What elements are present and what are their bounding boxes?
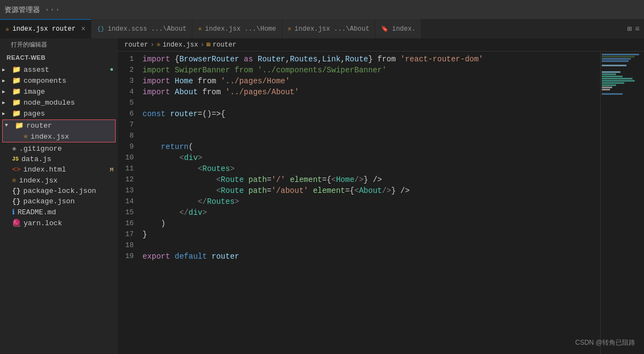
tree-item-README.md[interactable]: ℹREADME.md bbox=[0, 207, 118, 218]
tree-item-package.json[interactable]: {}package.json bbox=[0, 196, 118, 207]
line-number-2: 2 bbox=[118, 65, 143, 76]
sidebar: 打开的编辑器 REACT-WEB ▶📁assest●▶📁components▶📁… bbox=[0, 38, 118, 354]
line-number-16: 16 bbox=[118, 218, 143, 229]
line-number-15: 15 bbox=[118, 207, 143, 218]
file-icon-.gitignore: ◈ bbox=[12, 144, 16, 153]
title-bar-title: 资源管理器 bbox=[4, 5, 40, 15]
tree-item-pages[interactable]: ▶📁pages bbox=[0, 108, 118, 119]
project-name: REACT-WEB bbox=[0, 51, 118, 64]
file-icon-data.js: JS bbox=[12, 156, 19, 162]
code-line-17: 17} bbox=[118, 229, 600, 240]
code-line-19: 19export default router bbox=[118, 251, 600, 262]
tree-label-index.jsx2: index.jsx bbox=[19, 176, 58, 185]
line-content-1: import {BrowserRouter as Router,Routes,L… bbox=[143, 54, 600, 65]
file-icon-image: 📁 bbox=[12, 87, 21, 96]
tree-item-components[interactable]: ▶📁components bbox=[0, 75, 118, 86]
tree-item-index.jsx[interactable]: ⚛index.jsx bbox=[3, 131, 115, 142]
minimap bbox=[600, 52, 644, 354]
breadcrumb-part-0[interactable]: router bbox=[124, 41, 148, 49]
tree-item-index.html[interactable]: <>index.htmlM bbox=[0, 164, 118, 175]
tab-bar: ⚛index.jsx router×{}index.scss ...\About… bbox=[0, 19, 644, 38]
line-number-14: 14 bbox=[118, 196, 143, 207]
breadcrumb-part-1[interactable]: index.jsx bbox=[163, 41, 198, 49]
editor-wrapper: 1import {BrowserRouter as Router,Routes,… bbox=[118, 52, 644, 354]
tree-label-index.jsx: index.jsx bbox=[31, 133, 69, 141]
file-icon-index.jsx: ⚛ bbox=[24, 132, 28, 141]
file-icon-node_modules: 📁 bbox=[12, 98, 21, 107]
tree-item-package-lock.json[interactable]: {}package-lock.json bbox=[0, 186, 118, 196]
breadcrumb-icon-jsx: ⚛ bbox=[156, 41, 160, 49]
watermark: CSDN @转角已阻路 bbox=[575, 338, 635, 347]
tree-label-pages: pages bbox=[24, 110, 45, 118]
tab-tab2[interactable]: {}index.scss ...\About bbox=[92, 19, 192, 38]
code-line-4: 4import About from '../pages/About' bbox=[118, 87, 600, 98]
line-content-9: return( bbox=[143, 141, 600, 152]
file-icon-package.json: {} bbox=[12, 197, 21, 205]
tree-item-data.js[interactable]: JSdata.js bbox=[0, 154, 118, 164]
tab-close-tab1[interactable]: × bbox=[81, 25, 86, 33]
code-line-15: 15 </div> bbox=[118, 207, 600, 218]
line-number-11: 11 bbox=[118, 163, 143, 174]
file-tree[interactable]: ▶📁assest●▶📁components▶📁image▶📁node_modul… bbox=[0, 64, 118, 354]
tree-item-image[interactable]: ▶📁image bbox=[0, 86, 118, 97]
tree-label-data.js: data.js bbox=[21, 155, 52, 163]
line-content-13: <Route path='/about' element={<About/>} … bbox=[143, 185, 600, 196]
split-editor-icon[interactable]: ⊞ bbox=[627, 24, 631, 33]
tree-item-.gitignore[interactable]: ◈.gitignore bbox=[0, 143, 118, 154]
tab-label-tab5: index. bbox=[392, 25, 415, 33]
file-icon-pages: 📁 bbox=[12, 109, 21, 118]
tab-tab1[interactable]: ⚛index.jsx router× bbox=[0, 19, 92, 38]
line-number-19: 19 bbox=[118, 251, 143, 262]
tree-item-router[interactable]: ▼📁router bbox=[3, 120, 115, 131]
tree-item-node_modules[interactable]: ▶📁node_modules bbox=[0, 97, 118, 108]
code-line-14: 14 </Routes> bbox=[118, 196, 600, 207]
code-line-5: 5 bbox=[118, 98, 600, 109]
line-number-5: 5 bbox=[118, 98, 143, 109]
folder-arrow-router: ▼ bbox=[5, 123, 14, 128]
badge-assest: ● bbox=[110, 66, 113, 73]
tab-actions: ⊞ ≡ bbox=[623, 19, 644, 38]
code-line-9: 9 return( bbox=[118, 141, 600, 152]
breadcrumb-part-2[interactable]: router bbox=[213, 41, 236, 49]
code-line-7: 7 bbox=[118, 119, 600, 130]
code-line-3: 3import Home from '../pages/Home' bbox=[118, 76, 600, 87]
more-actions-icon[interactable]: ≡ bbox=[635, 25, 640, 33]
line-number-18: 18 bbox=[118, 240, 143, 251]
folder-arrow-image: ▶ bbox=[2, 89, 11, 95]
code-line-10: 10 <div> bbox=[118, 152, 600, 163]
editor-content[interactable]: 1import {BrowserRouter as Router,Routes,… bbox=[118, 52, 600, 354]
code-line-6: 6const router=()=>{ bbox=[118, 109, 600, 119]
line-content-18 bbox=[143, 240, 600, 251]
tab-tab4[interactable]: ⚛index.jsx ...\About bbox=[282, 19, 375, 38]
code-line-12: 12 <Route path='/' element={<Home/>} /> bbox=[118, 174, 600, 185]
tree-label-package.json: package.json bbox=[24, 197, 75, 205]
tree-label-assest: assest bbox=[24, 66, 49, 74]
folder-arrow-node_modules: ▶ bbox=[2, 100, 11, 106]
line-number-1: 1 bbox=[118, 54, 143, 65]
line-number-8: 8 bbox=[118, 130, 143, 141]
tab-label-tab3: index.jsx ...\Home bbox=[205, 25, 276, 33]
line-content-16: ) bbox=[143, 218, 600, 229]
code-line-8: 8 bbox=[118, 130, 600, 141]
folder-arrow-pages: ▶ bbox=[2, 111, 11, 117]
breadcrumb: router › ⚛ index.jsx › ⊞ router bbox=[118, 38, 644, 52]
tree-label-components: components bbox=[24, 77, 66, 85]
line-content-5 bbox=[143, 98, 600, 109]
tree-item-index.jsx2[interactable]: ⚛index.jsx bbox=[0, 175, 118, 186]
line-number-9: 9 bbox=[118, 141, 143, 152]
file-icon-package-lock.json: {} bbox=[12, 187, 21, 195]
tree-label-router: router bbox=[26, 122, 52, 130]
tree-item-assest[interactable]: ▶📁assest● bbox=[0, 64, 118, 75]
tree-label-index.html: index.html bbox=[24, 165, 66, 174]
title-bar: 资源管理器 ··· bbox=[0, 0, 644, 19]
badge-modified-index.html: M bbox=[110, 167, 113, 173]
tab-label-tab4: index.jsx ...\About bbox=[294, 25, 369, 33]
line-content-11: <Routes> bbox=[143, 163, 600, 174]
code-line-13: 13 <Route path='/about' element={<About/… bbox=[118, 185, 600, 196]
tree-label-README.md: README.md bbox=[18, 208, 56, 216]
tree-item-yarn.lock[interactable]: 🧶yarn.lock bbox=[0, 218, 118, 229]
tab-tab3[interactable]: ⚛index.jsx ...\Home bbox=[192, 19, 282, 38]
tab-tab5[interactable]: 🔖index. bbox=[375, 19, 421, 38]
file-icon-index.html: <> bbox=[12, 165, 21, 174]
title-bar-more[interactable]: ··· bbox=[44, 5, 60, 15]
